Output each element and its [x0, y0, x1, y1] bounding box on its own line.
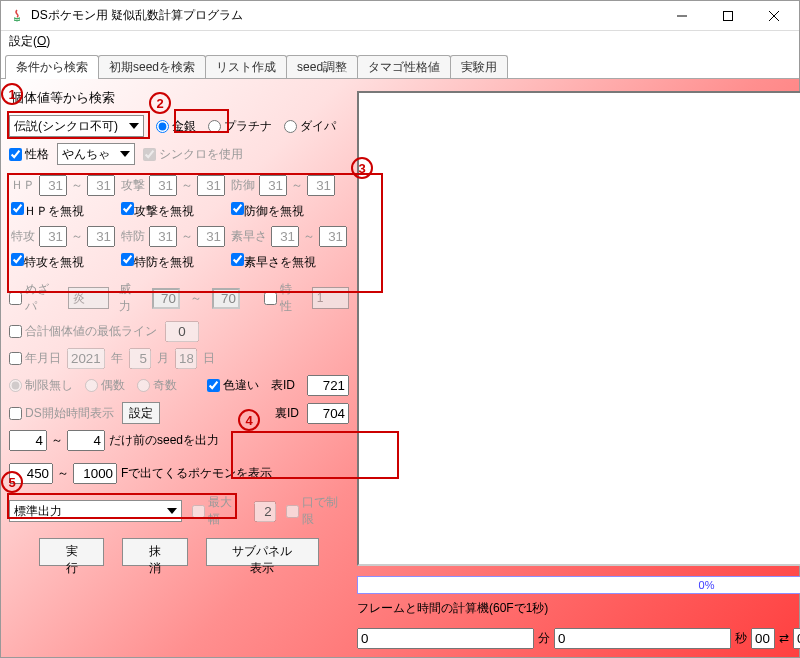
nature-checkbox[interactable]: 性格	[9, 146, 49, 163]
iv-grid: ＨＰ ～ 攻撃 ～ 防御 ～ ＨＰを無視 攻撃を無視 防御を無視 特攻 ～ 特防…	[9, 171, 349, 275]
calc-f[interactable]	[793, 628, 800, 649]
svg-rect-1	[724, 11, 733, 20]
frame-calc-label: フレームと時間の計算機(60Fで1秒)	[357, 600, 800, 617]
spa-ignore[interactable]: 特攻を無視	[11, 253, 84, 271]
total-iv-checkbox[interactable]: 合計個体値の最低ライン	[9, 323, 157, 340]
atk-hi[interactable]	[197, 175, 225, 196]
tab-strip: 条件から検索 初期seedを検索 リスト作成 seed調整 タマゴ性格値 実験用	[1, 53, 799, 79]
maxw-checkbox[interactable]: 最大幅	[192, 494, 243, 528]
frame-lo[interactable]	[9, 463, 53, 484]
tid-input[interactable]	[307, 375, 349, 396]
calc-min[interactable]	[357, 628, 534, 649]
minimize-button[interactable]	[659, 1, 705, 31]
results-textarea[interactable]	[357, 91, 800, 566]
calc-sec[interactable]	[554, 628, 731, 649]
calc-sub[interactable]	[751, 628, 775, 649]
ds-start-checkbox[interactable]: DS開始時間表示	[9, 405, 114, 422]
hp-hi[interactable]	[87, 175, 115, 196]
spa-lo[interactable]	[39, 226, 67, 247]
total-iv-value[interactable]	[165, 321, 199, 342]
ability-checkbox[interactable]: 特性	[264, 281, 302, 315]
subpanel-button[interactable]: サブパネル表示	[206, 538, 319, 566]
hp-lo[interactable]	[39, 175, 67, 196]
spd-lo[interactable]	[149, 226, 177, 247]
spa-hi[interactable]	[87, 226, 115, 247]
maxw-input[interactable]	[254, 501, 276, 522]
tab-search-initial-seed[interactable]: 初期seedを検索	[98, 55, 206, 79]
spe-lo[interactable]	[271, 226, 299, 247]
date-day[interactable]	[175, 348, 197, 369]
nature-select[interactable]: やんちゃ	[57, 143, 135, 165]
tab-list[interactable]: リスト作成	[205, 55, 287, 79]
shiny-checkbox[interactable]: 色違い	[207, 377, 259, 394]
radio-gold-silver[interactable]: 金銀	[156, 118, 196, 135]
hidden-power-type[interactable]: 炎	[68, 287, 109, 309]
ds-start-button[interactable]: 設定	[122, 402, 160, 424]
hp-power-hi[interactable]	[212, 288, 240, 309]
frame-hi[interactable]	[73, 463, 117, 484]
spe-ignore[interactable]: 素早さを無視	[231, 253, 316, 271]
radio-even[interactable]: 偶数	[85, 377, 125, 394]
tab-search-by-condition[interactable]: 条件から検索	[5, 55, 99, 79]
sid-input[interactable]	[307, 403, 349, 424]
radio-diaper[interactable]: ダイパ	[284, 118, 336, 135]
clear-button[interactable]: 抹消	[122, 538, 187, 566]
date-checkbox[interactable]: 年月日	[9, 350, 61, 367]
spd-hi[interactable]	[197, 226, 225, 247]
spe-hi[interactable]	[319, 226, 347, 247]
date-month[interactable]	[129, 348, 151, 369]
tab-seed-adjust[interactable]: seed調整	[286, 55, 358, 79]
tab-experimental[interactable]: 実験用	[450, 55, 508, 79]
hp-ignore[interactable]: ＨＰを無視	[11, 202, 84, 220]
spd-ignore[interactable]: 特防を無視	[121, 253, 194, 271]
menubar: 設定(O)	[1, 31, 799, 53]
java-icon	[9, 8, 25, 24]
ability-select[interactable]: 1	[312, 287, 349, 309]
atk-lo[interactable]	[149, 175, 177, 196]
def-lo[interactable]	[259, 175, 287, 196]
run-button[interactable]: 実行	[39, 538, 104, 566]
seed-offset-hi[interactable]	[67, 430, 105, 451]
seed-offset-lo[interactable]	[9, 430, 47, 451]
output-select[interactable]: 標準出力	[9, 500, 182, 522]
date-year[interactable]	[67, 348, 105, 369]
window-title: DSポケモン用 疑似乱数計算プログラム	[31, 7, 659, 24]
sync-checkbox[interactable]: シンクロを使用	[143, 146, 243, 163]
radio-odd[interactable]: 奇数	[137, 377, 177, 394]
hp-power-lo[interactable]	[152, 288, 180, 309]
close-button[interactable]	[751, 1, 797, 31]
radio-nolimit[interactable]: 制限無し	[9, 377, 73, 394]
radio-platinum[interactable]: プラチナ	[208, 118, 272, 135]
hidden-power-checkbox[interactable]: めざパ	[9, 281, 58, 315]
droponly-checkbox[interactable]: 口で制限	[286, 494, 349, 528]
def-hi[interactable]	[307, 175, 335, 196]
def-ignore[interactable]: 防御を無視	[231, 202, 304, 220]
arrows-icon: ⇄	[779, 631, 789, 645]
titlebar: DSポケモン用 疑似乱数計算プログラム	[1, 1, 799, 31]
menu-settings[interactable]: 設定(O)	[9, 34, 50, 48]
section-heading: 個体値等から検索	[9, 87, 349, 109]
progress-bar: 0%	[357, 576, 800, 594]
maximize-button[interactable]	[705, 1, 751, 31]
atk-ignore[interactable]: 攻撃を無視	[121, 202, 194, 220]
method-select[interactable]: 伝説(シンクロ不可)	[9, 115, 144, 137]
tab-egg-pid[interactable]: タマゴ性格値	[357, 55, 451, 79]
